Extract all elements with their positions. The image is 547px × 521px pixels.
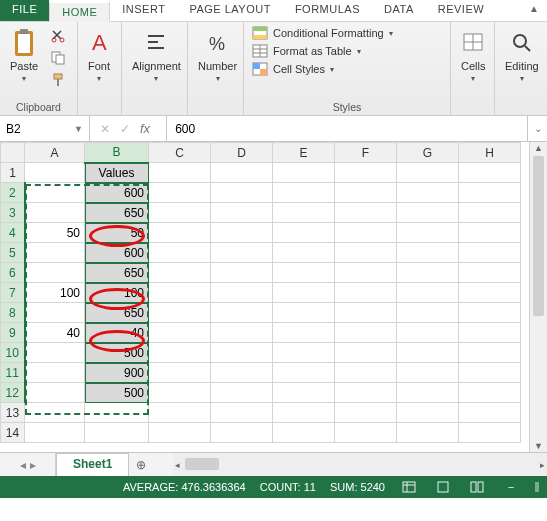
row-header-3[interactable]: 3 <box>1 203 25 223</box>
row-header-13[interactable]: 13 <box>1 403 25 423</box>
cell-D13[interactable] <box>211 403 273 423</box>
select-all-corner[interactable] <box>1 143 25 163</box>
cancel-formula-icon[interactable]: ✕ <box>100 122 110 136</box>
fx-icon[interactable]: fx <box>140 121 156 136</box>
ribbon-collapse-icon[interactable]: ▲ <box>521 0 547 21</box>
col-header-G[interactable]: G <box>397 143 459 163</box>
cell-B9[interactable]: 40 <box>85 323 149 343</box>
cell-G9[interactable] <box>397 323 459 343</box>
tab-insert[interactable]: INSERT <box>110 0 177 21</box>
conditional-formatting-button[interactable]: Conditional Formatting▾ <box>252 26 393 40</box>
cell-G14[interactable] <box>397 423 459 443</box>
zoom-out-icon[interactable]: − <box>501 479 521 495</box>
cell-D12[interactable] <box>211 383 273 403</box>
cell-A7[interactable]: 100 <box>25 283 85 303</box>
cell-G6[interactable] <box>397 263 459 283</box>
row-header-6[interactable]: 6 <box>1 263 25 283</box>
chevron-down-icon[interactable]: ▼ <box>74 124 83 134</box>
alignment-button[interactable]: Alignment▾ <box>130 26 183 83</box>
col-header-B[interactable]: B <box>85 143 149 163</box>
row-header-10[interactable]: 10 <box>1 343 25 363</box>
cell-G8[interactable] <box>397 303 459 323</box>
cell-E6[interactable] <box>273 263 335 283</box>
cell-E7[interactable] <box>273 283 335 303</box>
sheet-tab[interactable]: Sheet1 <box>56 453 129 476</box>
view-page-layout-icon[interactable] <box>433 479 453 495</box>
cell-C1[interactable] <box>149 163 211 183</box>
cell-G10[interactable] <box>397 343 459 363</box>
horizontal-scrollbar[interactable]: ◂ ▸ <box>173 453 547 476</box>
cell-D6[interactable] <box>211 263 273 283</box>
cell-B5[interactable]: 600 <box>85 243 149 263</box>
cell-B8[interactable]: 650 <box>85 303 149 323</box>
cell-A11[interactable] <box>25 363 85 383</box>
cell-D1[interactable] <box>211 163 273 183</box>
col-header-H[interactable]: H <box>459 143 521 163</box>
cell-B6[interactable]: 650 <box>85 263 149 283</box>
view-page-break-icon[interactable] <box>467 479 487 495</box>
name-box[interactable]: B2 ▼ <box>0 116 90 141</box>
cell-A12[interactable] <box>25 383 85 403</box>
cell-F4[interactable] <box>335 223 397 243</box>
cell-E4[interactable] <box>273 223 335 243</box>
scroll-thumb[interactable] <box>533 156 544 316</box>
copy-button[interactable] <box>48 48 68 68</box>
cell-D4[interactable] <box>211 223 273 243</box>
zoom-slider[interactable] <box>535 482 539 492</box>
cell-E10[interactable] <box>273 343 335 363</box>
cell-H10[interactable] <box>459 343 521 363</box>
cell-D2[interactable] <box>211 183 273 203</box>
row-header-5[interactable]: 5 <box>1 243 25 263</box>
cell-E11[interactable] <box>273 363 335 383</box>
tab-page-layout[interactable]: PAGE LAYOUT <box>177 0 283 21</box>
add-sheet-button[interactable]: ⊕ <box>129 453 153 476</box>
cell-C9[interactable] <box>149 323 211 343</box>
format-painter-button[interactable] <box>48 70 68 90</box>
cell-F5[interactable] <box>335 243 397 263</box>
cell-E14[interactable] <box>273 423 335 443</box>
row-header-7[interactable]: 7 <box>1 283 25 303</box>
cell-B7[interactable]: 100 <box>85 283 149 303</box>
cell-E5[interactable] <box>273 243 335 263</box>
cell-A10[interactable] <box>25 343 85 363</box>
col-header-C[interactable]: C <box>149 143 211 163</box>
cell-styles-button[interactable]: Cell Styles▾ <box>252 62 393 76</box>
row-header-8[interactable]: 8 <box>1 303 25 323</box>
cell-F8[interactable] <box>335 303 397 323</box>
cell-F6[interactable] <box>335 263 397 283</box>
cell-C6[interactable] <box>149 263 211 283</box>
cell-D9[interactable] <box>211 323 273 343</box>
cell-H2[interactable] <box>459 183 521 203</box>
cell-C2[interactable] <box>149 183 211 203</box>
cell-F12[interactable] <box>335 383 397 403</box>
scroll-left-icon[interactable]: ◂ <box>175 460 180 470</box>
row-header-11[interactable]: 11 <box>1 363 25 383</box>
cell-F13[interactable] <box>335 403 397 423</box>
cell-G3[interactable] <box>397 203 459 223</box>
row-header-1[interactable]: 1 <box>1 163 25 183</box>
col-header-F[interactable]: F <box>335 143 397 163</box>
cell-D3[interactable] <box>211 203 273 223</box>
cell-E9[interactable] <box>273 323 335 343</box>
tab-data[interactable]: DATA <box>372 0 426 21</box>
cell-E12[interactable] <box>273 383 335 403</box>
cell-H12[interactable] <box>459 383 521 403</box>
col-header-E[interactable]: E <box>273 143 335 163</box>
cell-G2[interactable] <box>397 183 459 203</box>
cell-C14[interactable] <box>149 423 211 443</box>
cell-F14[interactable] <box>335 423 397 443</box>
tab-home[interactable]: HOME <box>49 1 110 22</box>
font-button[interactable]: A Font▾ <box>86 26 112 83</box>
cell-D5[interactable] <box>211 243 273 263</box>
cell-C5[interactable] <box>149 243 211 263</box>
cell-G11[interactable] <box>397 363 459 383</box>
cell-E8[interactable] <box>273 303 335 323</box>
cell-E2[interactable] <box>273 183 335 203</box>
cell-H5[interactable] <box>459 243 521 263</box>
cell-B3[interactable]: 650 <box>85 203 149 223</box>
cell-B10[interactable]: 500 <box>85 343 149 363</box>
cell-F3[interactable] <box>335 203 397 223</box>
cell-A4[interactable]: 50 <box>25 223 85 243</box>
cell-B14[interactable] <box>85 423 149 443</box>
scroll-down-icon[interactable]: ▼ <box>530 441 547 451</box>
